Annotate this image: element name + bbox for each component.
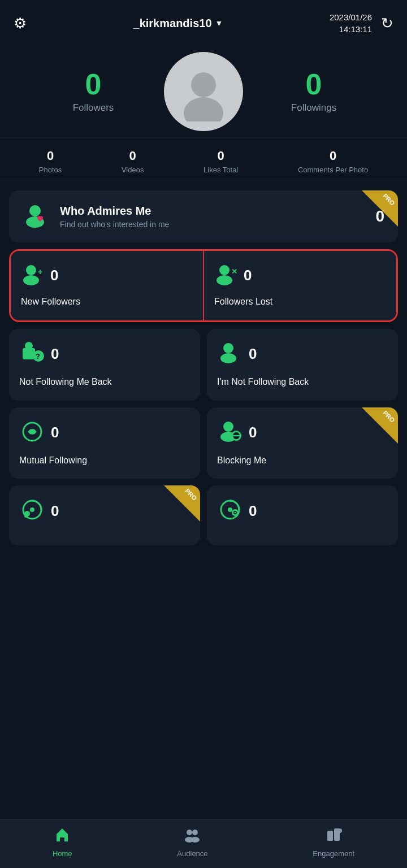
not-following-me-back-card[interactable]: ? 0 Not Following Me Back: [9, 329, 200, 401]
comments-stat[interactable]: 0 Comments Per Photo: [298, 149, 368, 174]
svg-point-35: [190, 837, 200, 843]
followers-stat[interactable]: 0 Followers: [23, 70, 164, 114]
svg-text:+: +: [38, 267, 42, 276]
svg-point-2: [29, 205, 41, 216]
svg-text:✕: ✕: [231, 267, 237, 276]
profile-section: 0 Followers 0 Followings: [0, 41, 407, 137]
new-followers-label: New Followers: [21, 296, 193, 308]
videos-stat[interactable]: 0 Videos: [122, 149, 144, 174]
svg-point-31: [235, 512, 236, 514]
blocking-me-card[interactable]: 0 Blocking Me PRO: [207, 407, 398, 479]
blocking-me-label: Blocking Me: [217, 455, 388, 467]
videos-count: 0: [122, 149, 144, 163]
photos-count: 0: [39, 149, 62, 163]
im-not-following-back-count: 0: [249, 345, 257, 363]
mini-stats-row: 0 Photos 0 Videos 0 Likes Total 0 Commen…: [0, 137, 407, 180]
avatar-placeholder-icon: [175, 65, 232, 129]
followers-lost-icon: ✕: [214, 262, 238, 288]
svg-point-1: [184, 97, 223, 121]
likes-label: Likes Total: [204, 166, 238, 174]
followers-lost-label: Followers Lost: [214, 296, 386, 308]
svg-point-24: [30, 507, 34, 512]
blocking-me-pro-badge: PRO: [362, 407, 398, 444]
not-following-back-icon: ?: [19, 340, 45, 368]
engagement-icon: [325, 826, 342, 847]
audience-icon: [184, 826, 201, 847]
svg-point-14: [223, 343, 233, 353]
comments-label: Comments Per Photo: [298, 166, 368, 174]
new-followers-card[interactable]: + 0 New Followers: [11, 251, 204, 320]
bottom-left-card[interactable]: 0 PRO: [9, 485, 200, 545]
following-cards-grid: ? 0 Not Following Me Back 0: [9, 329, 398, 401]
bottom-left-count: 0: [51, 502, 59, 520]
likes-stat[interactable]: 0 Likes Total: [204, 149, 238, 174]
username-label: _kirkmandis10: [133, 17, 212, 30]
svg-point-5: [23, 275, 39, 285]
followers-count: 0: [23, 70, 164, 99]
highlighted-cards-grid: + 0 New Followers ✕ 0: [9, 249, 398, 322]
mutual-following-count: 0: [51, 424, 59, 441]
svg-rect-36: [327, 831, 333, 841]
chevron-down-icon: ▼: [215, 19, 223, 28]
followings-stat[interactable]: 0 Followings: [243, 70, 384, 114]
svg-point-38: [337, 828, 342, 833]
who-admires-subtitle: Find out who's interested in me: [60, 220, 169, 229]
svg-point-15: [220, 353, 236, 363]
bottom-navigation: Home Audience Engagement: [0, 819, 407, 868]
svg-point-4: [26, 265, 36, 275]
svg-point-28: [228, 507, 232, 512]
nav-engagement[interactable]: Engagement: [313, 826, 354, 858]
followers-label: Followers: [23, 102, 164, 114]
bottom-left-pro-badge: PRO: [164, 485, 200, 522]
admires-icon: [23, 202, 50, 231]
blocking-me-count: 0: [249, 424, 257, 441]
svg-text:?: ?: [36, 352, 40, 361]
bottom-right-card[interactable]: 0: [207, 485, 398, 545]
followings-count: 0: [243, 70, 384, 99]
videos-label: Videos: [122, 166, 144, 174]
svg-point-26: [24, 514, 28, 518]
followers-lost-card[interactable]: ✕ 0 Followers Lost: [204, 251, 396, 320]
mutual-following-icon: [19, 419, 45, 447]
im-not-following-back-card[interactable]: 0 I'm Not Following Back: [207, 329, 398, 401]
not-following-me-back-label: Not Following Me Back: [19, 376, 190, 388]
im-not-following-back-label: I'm Not Following Back: [217, 376, 388, 388]
svg-point-7: [219, 265, 230, 275]
followers-lost-count: 0: [244, 267, 252, 284]
settings-icon[interactable]: ⚙: [14, 15, 27, 32]
likes-count: 0: [204, 149, 238, 163]
bottom-right-icon: [217, 497, 243, 525]
svg-point-11: [25, 342, 33, 350]
who-admires-card[interactable]: Who Admires Me Find out who's interested…: [9, 190, 398, 242]
avatar[interactable]: [164, 52, 243, 131]
svg-point-18: [223, 422, 233, 432]
photos-stat[interactable]: 0 Photos: [39, 149, 62, 174]
svg-point-33: [192, 830, 198, 835]
nav-audience-label: Audience: [177, 849, 207, 858]
bottom-right-count: 0: [249, 502, 257, 520]
mutual-following-label: Mutual Following: [19, 455, 190, 467]
comments-count: 0: [298, 149, 368, 163]
mutual-following-card[interactable]: 0 Mutual Following: [9, 407, 200, 479]
followings-label: Followings: [243, 102, 384, 114]
mutual-blocking-grid: 0 Mutual Following 0: [9, 407, 398, 479]
refresh-icon[interactable]: ↻: [381, 15, 393, 32]
nav-audience[interactable]: Audience: [177, 826, 207, 858]
pro-badge: PRO: [362, 190, 398, 227]
blocking-me-icon: [217, 419, 243, 447]
new-followers-icon: +: [21, 262, 45, 288]
svg-point-17: [29, 429, 35, 435]
bottom-left-icon: [19, 497, 45, 525]
datetime-display: 2023/01/26 14:13:11: [330, 11, 372, 35]
nav-engagement-label: Engagement: [313, 849, 354, 858]
bottom-cards-grid: 0 PRO: [9, 485, 398, 545]
who-admires-title: Who Admires Me: [60, 205, 169, 218]
photos-label: Photos: [39, 166, 62, 174]
header: ⚙ _kirkmandis10 ▼ 2023/01/26 14:13:11 ↻: [0, 0, 407, 41]
svg-point-0: [191, 72, 216, 97]
nav-home[interactable]: Home: [53, 826, 72, 858]
svg-point-32: [187, 830, 192, 835]
svg-point-8: [217, 275, 232, 285]
im-not-following-back-icon: [217, 340, 243, 368]
username-selector[interactable]: _kirkmandis10 ▼: [133, 17, 223, 30]
